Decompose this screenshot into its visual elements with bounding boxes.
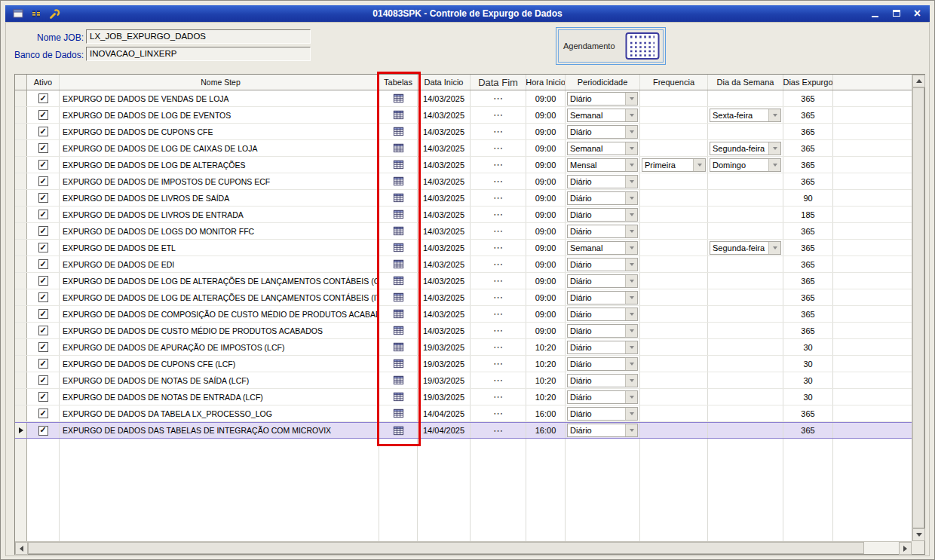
chevron-down-icon[interactable] [625,341,637,353]
periodicidade-select[interactable]: Diário [567,308,638,321]
data-fim-ellipsis[interactable]: ⋯ [471,323,526,338]
tabelas-cell[interactable] [379,240,418,256]
tabelas-cell[interactable] [379,339,418,355]
grid-row[interactable]: EXPURGO DE DADOS DA TABELA LX_PROCESSO_L… [15,405,912,422]
data-fim-ellipsis[interactable]: ⋯ [471,405,526,421]
tabelas-cell[interactable] [379,90,418,106]
data-fim-ellipsis[interactable]: ⋯ [471,173,526,189]
grid-row[interactable]: EXPURGO DE DADOS DE LOG DE ALTERAÇÕES14/… [15,157,912,173]
column-header-nome-step[interactable]: Nome Step [60,75,379,90]
chevron-down-icon[interactable] [625,225,637,237]
chevron-down-icon[interactable] [625,209,637,221]
grid-row[interactable]: EXPURGO DE DADOS DE LOGS DO MONITOR FFC1… [15,223,912,240]
ativo-checkbox[interactable] [38,93,48,103]
tabelas-cell[interactable] [379,423,418,438]
periodicidade-select[interactable]: Diário [567,125,638,139]
tabelas-cell[interactable] [379,273,418,289]
ativo-checkbox[interactable] [38,392,48,402]
column-header-dia-da-semana[interactable]: Dia da Semana [708,75,783,90]
vertical-scroll-thumb[interactable] [912,87,924,528]
tabelas-cell[interactable] [379,389,418,405]
ativo-checkbox[interactable] [38,259,48,269]
grid-row[interactable]: EXPURGO DE DADOS DE VENDAS DE LOJA14/03/… [15,90,912,107]
data-fim-ellipsis[interactable]: ⋯ [471,207,526,222]
ativo-checkbox[interactable] [38,210,48,219]
periodicidade-select[interactable]: Semanal [567,142,638,155]
grid-row[interactable]: EXPURGO DE DADOS DE LIVROS DE ENTRADA14/… [15,207,912,223]
tabelas-cell[interactable] [379,223,418,239]
ativo-checkbox[interactable] [38,160,48,170]
ativo-checkbox[interactable] [38,375,48,385]
chevron-down-icon[interactable] [625,126,637,138]
tabelas-cell[interactable] [379,107,418,123]
chevron-down-icon[interactable] [625,176,637,188]
data-fim-ellipsis[interactable]: ⋯ [471,372,526,388]
grid-row[interactable]: EXPURGO DE DADOS DE CUPONS CFE14/03/2025… [15,124,912,140]
tabelas-cell[interactable] [379,323,418,338]
chevron-down-icon[interactable] [625,159,637,171]
periodicidade-select[interactable]: Diário [567,274,638,288]
dia-da-semana-select[interactable]: Segunda-feira [710,142,781,155]
chevron-down-icon[interactable] [625,375,637,387]
ativo-checkbox[interactable] [38,309,48,319]
horizontal-scrollbar[interactable] [15,541,912,554]
data-fim-ellipsis[interactable]: ⋯ [471,140,526,156]
periodicidade-select[interactable]: Diário [567,258,638,271]
grid-row[interactable]: EXPURGO DE DADOS DAS TABELAS DE INTEGRAÇ… [15,422,912,439]
tabelas-cell[interactable] [379,140,418,156]
periodicidade-select[interactable]: Diário [567,92,638,106]
tabelas-cell[interactable] [379,157,418,173]
chevron-down-icon[interactable] [625,391,637,403]
column-header-tabelas[interactable]: Tabelas [379,75,418,90]
periodicidade-select[interactable]: Diário [567,175,638,188]
ativo-checkbox[interactable] [38,127,48,136]
chevron-down-icon[interactable] [768,242,780,254]
chevron-down-icon[interactable] [625,358,637,370]
scroll-left-button[interactable] [15,542,28,555]
tabelas-cell[interactable] [379,289,418,305]
periodicidade-select[interactable]: Mensal [567,158,638,172]
grid-row[interactable]: EXPURGO DE DADOS DE LOG DE CAIXAS DE LOJ… [15,140,912,157]
data-fim-ellipsis[interactable]: ⋯ [471,339,526,355]
grid-row[interactable]: EXPURGO DE DADOS DE LIVROS DE SAÍDA14/03… [15,190,912,207]
ativo-checkbox[interactable] [38,326,48,335]
grid-row[interactable]: EXPURGO DE DADOS DE IMPOSTOS DE CUPONS E… [15,173,912,190]
chevron-down-icon[interactable] [693,159,705,171]
grid-row[interactable]: EXPURGO DE DADOS DE NOTAS DE ENTRADA (LC… [15,389,912,405]
data-fim-ellipsis[interactable]: ⋯ [471,289,526,305]
column-header-dias-expurgo[interactable]: Dias Expurgo [783,75,833,90]
column-header-data-fim[interactable]: Data Fim [471,75,526,90]
nome-job-field[interactable]: LX_JOB_EXPURGO_DADOS [86,29,311,44]
data-fim-ellipsis[interactable]: ⋯ [471,423,526,438]
chevron-down-icon[interactable] [625,192,637,204]
agendamento-button[interactable]: Agendamento [556,27,666,65]
grid-row[interactable]: EXPURGO DE DADOS DE ETL14/03/2025⋯09:00S… [15,240,912,256]
ativo-checkbox[interactable] [38,359,48,369]
column-header-data-inicio[interactable]: Data Inicio [418,75,471,90]
ativo-checkbox[interactable] [38,342,48,352]
periodicidade-select[interactable]: Diário [567,390,638,404]
data-fim-ellipsis[interactable]: ⋯ [471,157,526,173]
vertical-scroll-track[interactable] [912,87,924,528]
periodicidade-select[interactable]: Diário [567,341,638,354]
column-header-periodicidade[interactable]: Periodicidade [566,75,640,90]
column-header-hora-inicio[interactable]: Hora Inicio [526,75,566,90]
tabelas-cell[interactable] [379,190,418,206]
ativo-checkbox[interactable] [38,292,48,302]
data-fim-ellipsis[interactable]: ⋯ [471,90,526,106]
tabelas-cell[interactable] [379,306,418,322]
chevron-down-icon[interactable] [625,292,637,304]
chevron-down-icon[interactable] [625,242,637,254]
chevron-down-icon[interactable] [625,325,637,337]
ativo-checkbox[interactable] [38,176,48,186]
tabelas-cell[interactable] [379,372,418,388]
dia-da-semana-select[interactable]: Domingo [710,158,781,172]
vertical-scrollbar[interactable] [912,75,924,541]
scroll-right-button[interactable] [899,542,912,555]
chevron-down-icon[interactable] [625,259,637,271]
grid-row[interactable]: EXPURGO DE DADOS DE NOTAS DE SAÍDA (LCF)… [15,372,912,389]
periodicidade-select[interactable]: Diário [567,208,638,222]
ativo-checkbox[interactable] [38,426,48,436]
chevron-down-icon[interactable] [625,408,637,420]
dia-da-semana-select[interactable]: Sexta-feira [710,109,781,122]
